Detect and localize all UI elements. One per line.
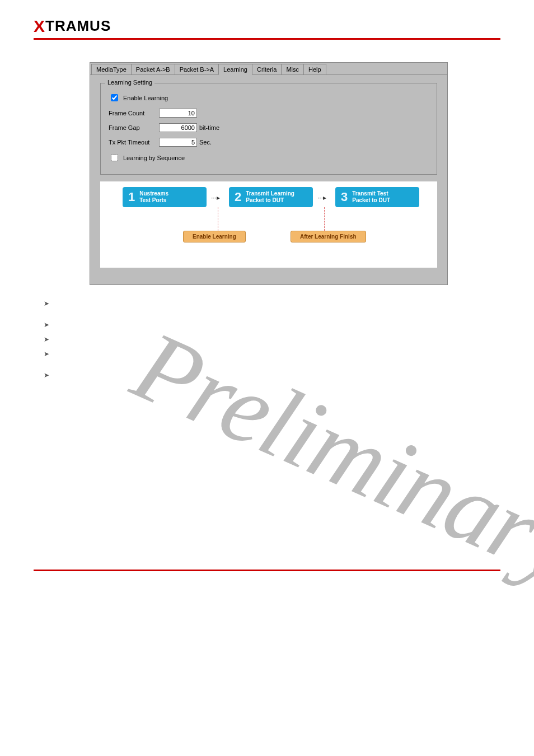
- bullet-icon: ➤: [44, 321, 55, 329]
- step3-line2: Packet to DUT: [352, 197, 390, 203]
- list-item: ➤: [44, 371, 500, 379]
- list-item: ➤: [44, 335, 500, 343]
- learning-by-sequence-label: Learning by Sequence: [123, 155, 185, 161]
- bullet-list: ➤ ➤ ➤ ➤ ➤: [44, 300, 500, 379]
- step1-number: 1: [123, 190, 139, 204]
- footer-rule: [34, 570, 500, 571]
- flow-step-3: 3 Transmit TestPacket to DUT: [335, 187, 419, 207]
- bullet-icon: ➤: [44, 371, 55, 379]
- step2-line1: Transmit Learning: [246, 190, 294, 197]
- flow-step-1: 1 NustreamsTest Ports: [123, 187, 207, 207]
- logo: XTRAMUS: [34, 17, 500, 36]
- frame-gap-unit: bit-time: [199, 124, 219, 131]
- group-legend: Learning Setting: [105, 79, 154, 86]
- learning-setting-group: Learning Setting Enable Learning Frame C…: [100, 83, 437, 175]
- tab-misc[interactable]: Misc: [281, 64, 304, 74]
- bullet-icon: ➤: [44, 335, 55, 343]
- tab-learning[interactable]: Learning: [218, 64, 252, 75]
- frame-gap-input[interactable]: [159, 123, 197, 132]
- tx-timeout-unit: Sec.: [199, 139, 212, 146]
- flow-diagram: 1 NustreamsTest Ports ···▸ 2 Transmit Le…: [100, 181, 437, 268]
- list-item: ➤: [44, 350, 500, 365]
- dotted-line-2: [324, 207, 325, 231]
- frame-count-input[interactable]: [159, 109, 197, 118]
- tab-packet-ba[interactable]: Packet B->A: [175, 64, 219, 74]
- step3-number: 3: [335, 190, 352, 204]
- step1-line1: Nustreams: [139, 190, 168, 197]
- step3-line1: Transmit Test: [352, 190, 388, 197]
- logo-x: X: [34, 17, 45, 35]
- tab-criteria[interactable]: Criteria: [252, 64, 282, 74]
- dotted-line-1: [218, 207, 218, 231]
- tab-help[interactable]: Help: [303, 64, 326, 74]
- dialog-window: MediaType Packet A->B Packet B->A Learni…: [90, 62, 448, 285]
- logo-text: TRAMUS: [45, 17, 111, 34]
- flow-label-enable: Enable Learning: [183, 231, 246, 242]
- bullet-icon: ➤: [44, 350, 55, 365]
- arrow-1: ···▸: [211, 194, 220, 202]
- enable-learning-label: Enable Learning: [123, 95, 168, 101]
- tab-bar: MediaType Packet A->B Packet B->A Learni…: [90, 63, 447, 75]
- step1-line2: Test Ports: [139, 197, 166, 203]
- tx-timeout-label: Tx Pkt Timeout: [109, 139, 159, 146]
- flow-step-2: 2 Transmit LearningPacket to DUT: [229, 187, 313, 207]
- bullet-icon: ➤: [44, 300, 55, 314]
- tx-timeout-input[interactable]: [159, 138, 197, 147]
- frame-count-label: Frame Count: [109, 110, 159, 116]
- step2-number: 2: [229, 190, 246, 204]
- list-item: ➤: [44, 300, 500, 314]
- step2-line2: Packet to DUT: [246, 197, 284, 203]
- arrow-2: ···▸: [317, 194, 326, 202]
- flow-label-after: After Learning Finish: [291, 231, 366, 242]
- learning-by-sequence-checkbox[interactable]: [111, 154, 118, 161]
- panel: Learning Setting Enable Learning Frame C…: [90, 75, 447, 284]
- tab-packet-ab[interactable]: Packet A->B: [131, 64, 175, 74]
- frame-gap-label: Frame Gap: [109, 124, 159, 131]
- header-rule: [34, 38, 500, 40]
- tab-mediatype[interactable]: MediaType: [91, 64, 132, 74]
- enable-learning-checkbox[interactable]: [111, 94, 118, 101]
- screenshot: MediaType Packet A->B Packet B->A Learni…: [90, 62, 448, 285]
- list-item: ➤: [44, 321, 500, 329]
